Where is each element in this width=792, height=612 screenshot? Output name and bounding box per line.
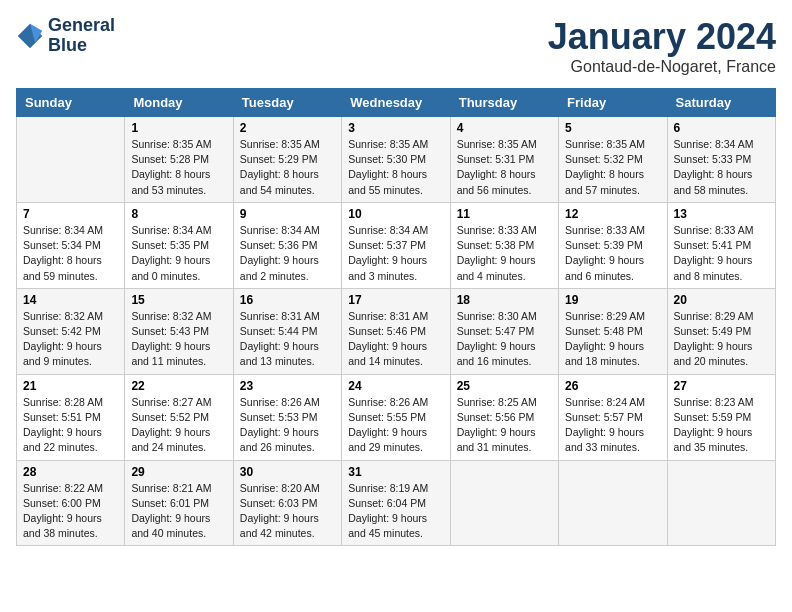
week-row-4: 21Sunrise: 8:28 AMSunset: 5:51 PMDayligh… (17, 374, 776, 460)
calendar-cell: 17Sunrise: 8:31 AMSunset: 5:46 PMDayligh… (342, 288, 450, 374)
day-info: Sunrise: 8:35 AMSunset: 5:30 PMDaylight:… (348, 137, 443, 198)
calendar-cell: 16Sunrise: 8:31 AMSunset: 5:44 PMDayligh… (233, 288, 341, 374)
calendar-cell: 18Sunrise: 8:30 AMSunset: 5:47 PMDayligh… (450, 288, 558, 374)
calendar-cell: 4Sunrise: 8:35 AMSunset: 5:31 PMDaylight… (450, 117, 558, 203)
calendar-cell: 27Sunrise: 8:23 AMSunset: 5:59 PMDayligh… (667, 374, 775, 460)
day-info: Sunrise: 8:35 AMSunset: 5:29 PMDaylight:… (240, 137, 335, 198)
day-header-thursday: Thursday (450, 89, 558, 117)
day-number: 13 (674, 207, 769, 221)
day-number: 9 (240, 207, 335, 221)
calendar-cell: 31Sunrise: 8:19 AMSunset: 6:04 PMDayligh… (342, 460, 450, 546)
day-info: Sunrise: 8:31 AMSunset: 5:46 PMDaylight:… (348, 309, 443, 370)
location-title: Gontaud-de-Nogaret, France (548, 58, 776, 76)
day-info: Sunrise: 8:29 AMSunset: 5:48 PMDaylight:… (565, 309, 660, 370)
day-info: Sunrise: 8:28 AMSunset: 5:51 PMDaylight:… (23, 395, 118, 456)
calendar-cell: 10Sunrise: 8:34 AMSunset: 5:37 PMDayligh… (342, 202, 450, 288)
day-info: Sunrise: 8:34 AMSunset: 5:33 PMDaylight:… (674, 137, 769, 198)
calendar-cell: 25Sunrise: 8:25 AMSunset: 5:56 PMDayligh… (450, 374, 558, 460)
week-row-1: 1Sunrise: 8:35 AMSunset: 5:28 PMDaylight… (17, 117, 776, 203)
day-number: 7 (23, 207, 118, 221)
day-info: Sunrise: 8:33 AMSunset: 5:41 PMDaylight:… (674, 223, 769, 284)
day-number: 30 (240, 465, 335, 479)
day-number: 31 (348, 465, 443, 479)
day-header-wednesday: Wednesday (342, 89, 450, 117)
day-info: Sunrise: 8:27 AMSunset: 5:52 PMDaylight:… (131, 395, 226, 456)
calendar-cell: 3Sunrise: 8:35 AMSunset: 5:30 PMDaylight… (342, 117, 450, 203)
day-info: Sunrise: 8:32 AMSunset: 5:42 PMDaylight:… (23, 309, 118, 370)
calendar-cell: 26Sunrise: 8:24 AMSunset: 5:57 PMDayligh… (559, 374, 667, 460)
day-number: 26 (565, 379, 660, 393)
calendar-cell: 20Sunrise: 8:29 AMSunset: 5:49 PMDayligh… (667, 288, 775, 374)
calendar-cell: 21Sunrise: 8:28 AMSunset: 5:51 PMDayligh… (17, 374, 125, 460)
calendar-cell: 23Sunrise: 8:26 AMSunset: 5:53 PMDayligh… (233, 374, 341, 460)
day-header-sunday: Sunday (17, 89, 125, 117)
calendar-cell: 6Sunrise: 8:34 AMSunset: 5:33 PMDaylight… (667, 117, 775, 203)
day-number: 24 (348, 379, 443, 393)
calendar-cell: 12Sunrise: 8:33 AMSunset: 5:39 PMDayligh… (559, 202, 667, 288)
day-number: 18 (457, 293, 552, 307)
day-header-saturday: Saturday (667, 89, 775, 117)
calendar-cell: 19Sunrise: 8:29 AMSunset: 5:48 PMDayligh… (559, 288, 667, 374)
day-info: Sunrise: 8:34 AMSunset: 5:37 PMDaylight:… (348, 223, 443, 284)
calendar-cell: 9Sunrise: 8:34 AMSunset: 5:36 PMDaylight… (233, 202, 341, 288)
header: General Blue January 2024 Gontaud-de-Nog… (16, 16, 776, 76)
day-info: Sunrise: 8:26 AMSunset: 5:53 PMDaylight:… (240, 395, 335, 456)
day-info: Sunrise: 8:26 AMSunset: 5:55 PMDaylight:… (348, 395, 443, 456)
day-number: 22 (131, 379, 226, 393)
calendar-cell: 29Sunrise: 8:21 AMSunset: 6:01 PMDayligh… (125, 460, 233, 546)
day-info: Sunrise: 8:34 AMSunset: 5:36 PMDaylight:… (240, 223, 335, 284)
calendar-cell: 1Sunrise: 8:35 AMSunset: 5:28 PMDaylight… (125, 117, 233, 203)
calendar-table: SundayMondayTuesdayWednesdayThursdayFrid… (16, 88, 776, 546)
calendar-cell: 5Sunrise: 8:35 AMSunset: 5:32 PMDaylight… (559, 117, 667, 203)
week-row-3: 14Sunrise: 8:32 AMSunset: 5:42 PMDayligh… (17, 288, 776, 374)
day-info: Sunrise: 8:24 AMSunset: 5:57 PMDaylight:… (565, 395, 660, 456)
logo-text: General Blue (48, 16, 115, 56)
day-number: 20 (674, 293, 769, 307)
day-number: 28 (23, 465, 118, 479)
day-number: 19 (565, 293, 660, 307)
day-number: 3 (348, 121, 443, 135)
calendar-cell (559, 460, 667, 546)
day-info: Sunrise: 8:34 AMSunset: 5:34 PMDaylight:… (23, 223, 118, 284)
day-number: 4 (457, 121, 552, 135)
week-row-5: 28Sunrise: 8:22 AMSunset: 6:00 PMDayligh… (17, 460, 776, 546)
day-info: Sunrise: 8:23 AMSunset: 5:59 PMDaylight:… (674, 395, 769, 456)
day-info: Sunrise: 8:35 AMSunset: 5:32 PMDaylight:… (565, 137, 660, 198)
day-info: Sunrise: 8:35 AMSunset: 5:28 PMDaylight:… (131, 137, 226, 198)
day-info: Sunrise: 8:35 AMSunset: 5:31 PMDaylight:… (457, 137, 552, 198)
day-number: 10 (348, 207, 443, 221)
logo: General Blue (16, 16, 115, 56)
calendar-cell: 24Sunrise: 8:26 AMSunset: 5:55 PMDayligh… (342, 374, 450, 460)
calendar-cell: 7Sunrise: 8:34 AMSunset: 5:34 PMDaylight… (17, 202, 125, 288)
day-header-monday: Monday (125, 89, 233, 117)
day-number: 15 (131, 293, 226, 307)
calendar-cell: 11Sunrise: 8:33 AMSunset: 5:38 PMDayligh… (450, 202, 558, 288)
calendar-cell: 22Sunrise: 8:27 AMSunset: 5:52 PMDayligh… (125, 374, 233, 460)
day-number: 14 (23, 293, 118, 307)
day-number: 8 (131, 207, 226, 221)
calendar-cell: 13Sunrise: 8:33 AMSunset: 5:41 PMDayligh… (667, 202, 775, 288)
day-number: 16 (240, 293, 335, 307)
day-info: Sunrise: 8:19 AMSunset: 6:04 PMDaylight:… (348, 481, 443, 542)
calendar-cell (450, 460, 558, 546)
day-number: 5 (565, 121, 660, 135)
day-number: 6 (674, 121, 769, 135)
day-info: Sunrise: 8:34 AMSunset: 5:35 PMDaylight:… (131, 223, 226, 284)
day-number: 12 (565, 207, 660, 221)
month-title: January 2024 (548, 16, 776, 58)
calendar-cell: 15Sunrise: 8:32 AMSunset: 5:43 PMDayligh… (125, 288, 233, 374)
calendar-cell: 28Sunrise: 8:22 AMSunset: 6:00 PMDayligh… (17, 460, 125, 546)
day-number: 27 (674, 379, 769, 393)
day-info: Sunrise: 8:25 AMSunset: 5:56 PMDaylight:… (457, 395, 552, 456)
calendar-cell (17, 117, 125, 203)
day-info: Sunrise: 8:31 AMSunset: 5:44 PMDaylight:… (240, 309, 335, 370)
day-info: Sunrise: 8:30 AMSunset: 5:47 PMDaylight:… (457, 309, 552, 370)
day-info: Sunrise: 8:29 AMSunset: 5:49 PMDaylight:… (674, 309, 769, 370)
day-number: 17 (348, 293, 443, 307)
day-number: 29 (131, 465, 226, 479)
day-info: Sunrise: 8:32 AMSunset: 5:43 PMDaylight:… (131, 309, 226, 370)
day-info: Sunrise: 8:33 AMSunset: 5:38 PMDaylight:… (457, 223, 552, 284)
calendar-cell: 2Sunrise: 8:35 AMSunset: 5:29 PMDaylight… (233, 117, 341, 203)
day-number: 21 (23, 379, 118, 393)
day-header-friday: Friday (559, 89, 667, 117)
